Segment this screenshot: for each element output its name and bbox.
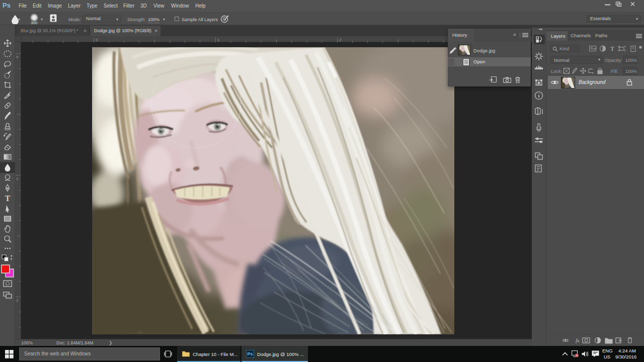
- svg-text:T: T: [610, 45, 614, 52]
- svg-text:1: 1: [217, 38, 220, 42]
- svg-text:T: T: [5, 194, 11, 203]
- svg-text:2: 2: [339, 38, 342, 42]
- svg-text:◂◂: ◂◂: [538, 28, 542, 31]
- svg-text:1: 1: [16, 176, 19, 181]
- svg-text:0: 0: [96, 38, 98, 42]
- svg-text:2: 2: [16, 298, 19, 303]
- svg-text:0: 0: [16, 55, 19, 59]
- svg-text:fx: fx: [576, 337, 580, 343]
